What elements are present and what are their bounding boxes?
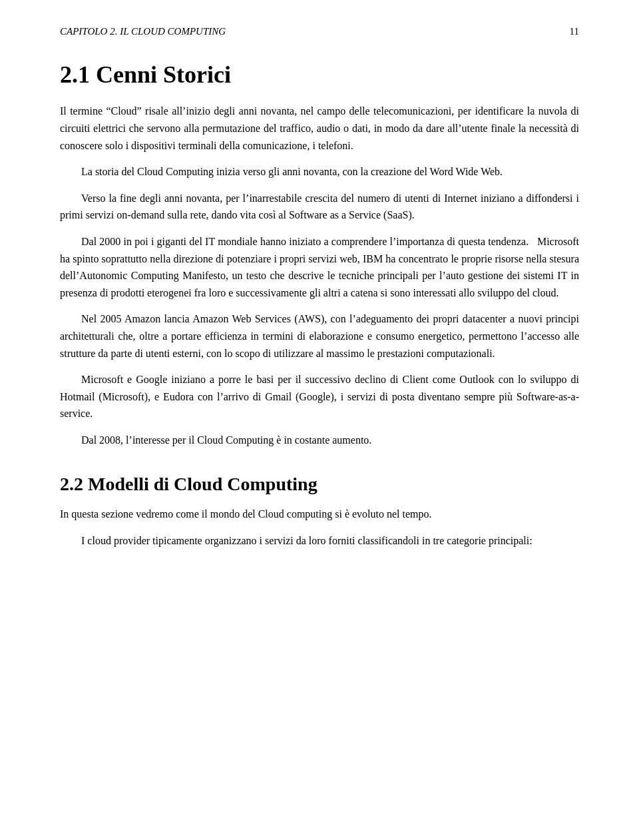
paragraph-4-text: Dal 2000 in poi i giganti del IT mondial…	[81, 236, 529, 247]
page: CAPITOLO 2. IL CLOUD COMPUTING 11 2.1 Ce…	[0, 0, 639, 840]
section-2-2-title: 2.2 Modelli di Cloud Computing	[60, 473, 579, 496]
section-2-2-number: 2.2	[60, 474, 83, 494]
page-number: 11	[570, 24, 579, 39]
section2-paragraph-1: In questa sezione vedremo come il mondo …	[60, 506, 579, 523]
paragraph-8: Dal 2008, l’interesse per il Cloud Compu…	[60, 432, 579, 449]
chapter-header: CAPITOLO 2. IL CLOUD COMPUTING	[60, 24, 226, 39]
page-header: CAPITOLO 2. IL CLOUD COMPUTING 11	[60, 24, 579, 39]
paragraph-4-5: Dal 2000 in poi i giganti del IT mondial…	[60, 233, 579, 301]
section-2-1-title: 2.1 Cenni Storici	[60, 61, 579, 89]
section-2-2-label: Modelli di Cloud Computing	[88, 474, 318, 494]
paragraph-7: Microsoft e Google iniziano a porre le b…	[60, 371, 579, 422]
paragraph-6: Nel 2005 Amazon lancia Amazon Web Servic…	[60, 310, 579, 362]
paragraph-2: La storia del Cloud Computing inizia ver…	[60, 163, 579, 181]
section-2-1-label: Cenni Storici	[96, 61, 231, 88]
section2-paragraph-2: I cloud provider tipicamente organizzano…	[60, 532, 579, 550]
paragraph-1: Il termine “Cloud” risale all’inizio deg…	[60, 103, 579, 154]
paragraph-3: Verso la fine degli anni novanta, per l’…	[60, 190, 579, 224]
section-2-1-number: 2.1	[60, 61, 90, 88]
